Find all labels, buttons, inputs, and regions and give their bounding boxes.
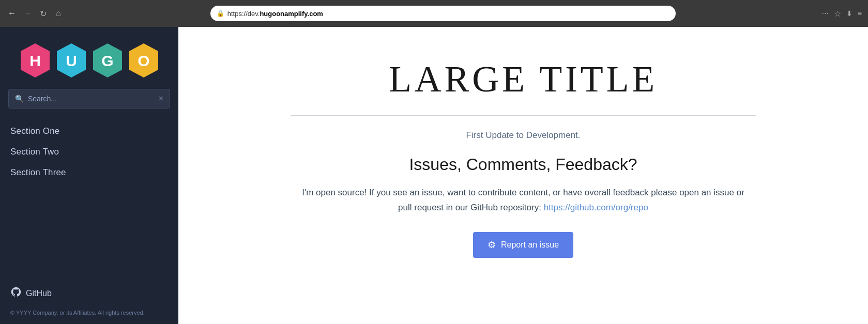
forward-button[interactable]: → <box>22 8 33 19</box>
search-clear-button[interactable]: × <box>159 94 163 103</box>
page-layout: H U G O 🔍 Search... × <box>0 27 868 324</box>
sidebar-item-section-one[interactable]: Section One <box>8 121 170 142</box>
back-button[interactable]: ← <box>6 8 18 19</box>
report-icon: ⚙ <box>488 239 496 251</box>
logo-o-hex: O <box>128 42 160 79</box>
browser-chrome: ← → ↻ ⌂ 🔒 https://dev.hugoonamplify.com … <box>0 0 868 27</box>
main-content: LARGE TITLE First Update to Development.… <box>178 27 868 324</box>
body-text-before: I'm open source! If you see an issue, wa… <box>302 188 744 212</box>
svg-text:H: H <box>29 52 41 69</box>
sidebar: H U G O 🔍 Search... × <box>0 27 178 324</box>
logo-h-hex: H <box>19 42 51 79</box>
browser-right-controls: ··· ☆ ⬇ ≡ <box>821 9 862 19</box>
svg-text:O: O <box>138 52 149 69</box>
github-icon <box>10 286 22 300</box>
logo-u-hex: U <box>55 42 87 79</box>
nav-buttons: ← → ↻ ⌂ <box>6 8 64 19</box>
github-label: GitHub <box>26 289 52 298</box>
search-bar[interactable]: 🔍 Search... × <box>8 89 170 109</box>
library-button[interactable]: ≡ <box>858 9 862 18</box>
sidebar-footer: © YYYY Company. or its Affiliates. All r… <box>0 305 178 316</box>
section-heading: Issues, Comments, Feedback? <box>409 155 637 174</box>
search-input[interactable]: Search... <box>28 95 155 103</box>
home-button[interactable]: ⌂ <box>53 8 64 19</box>
github-link[interactable]: GitHub <box>0 281 178 305</box>
svg-text:U: U <box>66 52 77 69</box>
report-issue-button[interactable]: ⚙ Report an issue <box>473 232 573 258</box>
sidebar-item-section-two[interactable]: Section Two <box>8 142 170 162</box>
nav-items: Section One Section Two Section Three <box>0 121 178 281</box>
logo-g-hex: G <box>92 42 124 79</box>
body-text: I'm open source! If you see an issue, wa… <box>301 186 745 215</box>
github-repo-link[interactable]: https://github.com/org/repo <box>544 203 648 212</box>
url-display: https://dev.hugoonamplify.com <box>227 10 323 18</box>
download-button[interactable]: ⬇ <box>846 9 852 18</box>
logo-area: H U G O <box>0 27 178 89</box>
search-icon: 🔍 <box>15 95 24 103</box>
report-button-label: Report an issue <box>501 240 559 250</box>
more-button[interactable]: ··· <box>821 9 828 18</box>
svg-text:G: G <box>101 52 113 69</box>
lock-icon: 🔒 <box>217 10 224 17</box>
subtitle: First Update to Development. <box>466 130 580 141</box>
page-title: LARGE TITLE <box>389 58 658 101</box>
address-bar[interactable]: 🔒 https://dev.hugoonamplify.com <box>210 6 676 21</box>
sidebar-item-section-three[interactable]: Section Three <box>8 162 170 183</box>
title-divider <box>291 115 756 116</box>
star-button[interactable]: ☆ <box>834 9 841 19</box>
refresh-button[interactable]: ↻ <box>37 8 49 19</box>
